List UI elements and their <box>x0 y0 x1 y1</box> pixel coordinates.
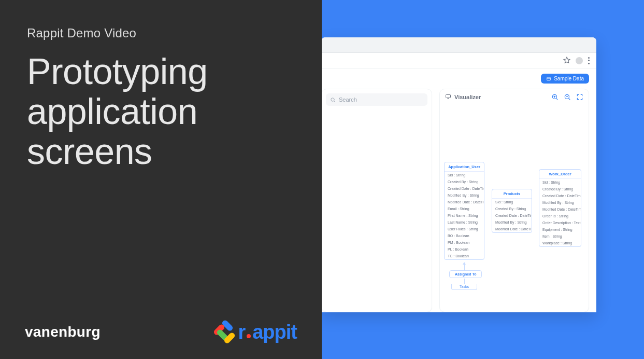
headline-text: Prototyping application screens <box>27 52 295 172</box>
entity-field: Last Name : String <box>445 219 484 226</box>
entity-field: Modified By : String <box>492 219 532 226</box>
svg-line-9 <box>556 99 558 100</box>
entity-field: TC : Boolean <box>445 253 484 259</box>
entity-field: Created Date : DateTime <box>445 185 484 192</box>
browser-window: Sample Data Search <box>322 37 596 312</box>
preview-panel: Sample Data Search <box>322 0 644 359</box>
entity-field: Equipment : String <box>539 226 581 233</box>
svg-marker-0 <box>564 57 570 63</box>
star-icon[interactable] <box>563 57 570 65</box>
panels-row: Search Visualizer <box>322 89 589 312</box>
rappit-wordmark: rrappitappit <box>238 321 297 343</box>
arrow-up-icon <box>463 262 466 265</box>
search-input[interactable]: Search <box>326 93 427 106</box>
entity-products[interactable]: Products Sid : StringCreated By : String… <box>492 189 532 233</box>
stage: Rappit Demo Video Prototyping applicatio… <box>0 0 644 359</box>
visualizer-header: Visualizer <box>440 89 589 105</box>
vanenburg-logo: vanenburg <box>25 324 101 340</box>
entity-field: PM : Boolean <box>445 239 484 246</box>
entity-field: Modified Date : DateTime <box>492 226 532 232</box>
browser-toolbar <box>322 53 596 68</box>
entity-field: Modified Date : DateTime <box>539 206 581 213</box>
zoom-out-icon[interactable] <box>564 93 571 101</box>
entity-field: First Name : String <box>445 212 484 219</box>
fullscreen-icon[interactable] <box>576 93 583 101</box>
connector-line <box>464 279 465 284</box>
svg-line-4 <box>334 101 335 102</box>
title-panel: Rappit Demo Video Prototyping applicatio… <box>0 0 322 359</box>
app-viewport: Sample Data Search <box>322 68 596 312</box>
svg-line-13 <box>569 99 570 100</box>
entity-field: User Roles : String <box>445 226 484 232</box>
entity-tasks[interactable]: Tasks <box>451 284 477 290</box>
entity-field: Created By : String <box>539 186 581 192</box>
entity-field: Created By : String <box>492 205 532 212</box>
zoom-in-icon[interactable] <box>551 93 559 101</box>
entity-field: Modified By : String <box>539 199 581 206</box>
search-placeholder: Search <box>339 96 357 103</box>
kebab-menu-icon[interactable] <box>588 57 590 64</box>
visualizer-icon <box>445 93 451 101</box>
entity-work-order[interactable]: Work_Order Sid : StringCreated By : Stri… <box>539 169 581 247</box>
entity-field: BO : Boolean <box>445 232 484 239</box>
sample-data-button[interactable]: Sample Data <box>541 74 589 84</box>
relationship-assigned-to[interactable]: Assigned To <box>449 270 482 278</box>
entity-field: Order Description : Text <box>539 219 581 226</box>
explorer-panel: Search <box>322 89 432 312</box>
rappit-logo: rrappitappit <box>212 321 297 343</box>
rappit-pills-icon <box>212 321 235 343</box>
profile-avatar-icon[interactable] <box>576 57 583 64</box>
entity-field: Sid : String <box>492 199 532 205</box>
entity-field: Created By : String <box>445 178 484 185</box>
entity-field: Created Date : DateTime <box>539 192 581 199</box>
entity-field: Item : String <box>539 233 581 240</box>
entity-field: Sid : String <box>445 172 484 178</box>
entity-field: Workplace : String <box>539 240 581 246</box>
entity-field: Sid : String <box>539 179 581 186</box>
browser-tabstrip[interactable] <box>322 37 596 53</box>
visualizer-title: Visualizer <box>454 94 481 100</box>
entity-field: Modified Date : DateTime <box>445 199 484 205</box>
entity-field: PL : Boolean <box>445 246 484 253</box>
entity-field: Created Date : DateTime <box>492 212 532 219</box>
entity-application-user[interactable]: Application_User Sid : StringCreated By … <box>444 162 484 260</box>
brand-row: vanenburg rrappitappit <box>25 321 297 343</box>
svg-rect-1 <box>547 77 551 80</box>
entity-title: Work_Order <box>539 170 581 179</box>
entity-field: Email : String <box>445 205 484 212</box>
entity-title: Products <box>492 189 532 199</box>
sample-data-button-label: Sample Data <box>554 76 584 81</box>
entity-field: Order Id : String <box>539 213 581 219</box>
svg-point-3 <box>331 98 334 101</box>
entity-title: Application_User <box>445 162 484 172</box>
entity-field: Modified By : String <box>445 192 484 199</box>
visualizer-panel: Visualizer <box>439 89 589 312</box>
eyebrow-text: Rappit Demo Video <box>27 26 295 40</box>
app-top-row: Sample Data <box>322 74 589 84</box>
svg-rect-5 <box>446 95 451 98</box>
connector-line <box>464 264 465 270</box>
visualizer-canvas[interactable]: Application_User Sid : StringCreated By … <box>440 105 589 312</box>
